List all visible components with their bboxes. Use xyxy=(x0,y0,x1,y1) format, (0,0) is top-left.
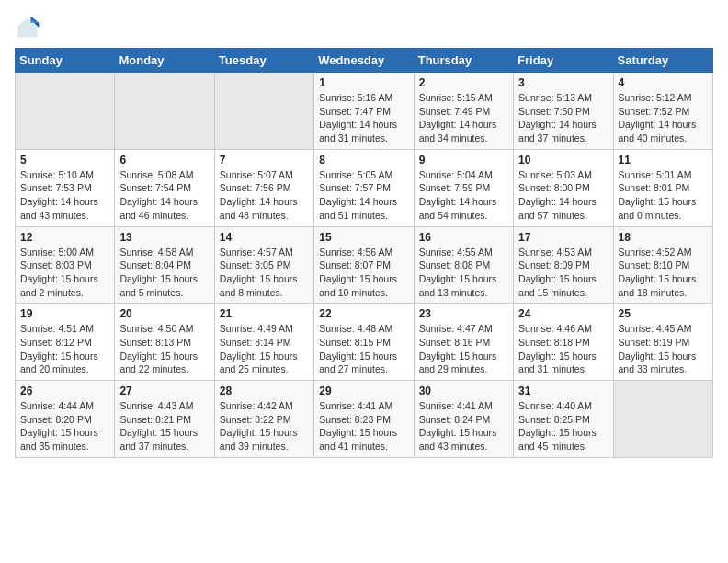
day-cell: 17Sunrise: 4:53 AM Sunset: 8:09 PM Dayli… xyxy=(514,226,613,304)
week-row-2: 5Sunrise: 5:10 AM Sunset: 7:53 PM Daylig… xyxy=(16,149,713,226)
day-info: Sunrise: 4:58 AM Sunset: 8:04 PM Dayligh… xyxy=(119,246,209,300)
day-cell: 26Sunrise: 4:44 AM Sunset: 8:20 PM Dayli… xyxy=(16,381,115,458)
day-cell: 21Sunrise: 4:49 AM Sunset: 8:14 PM Dayli… xyxy=(214,304,313,381)
day-cell xyxy=(16,73,115,150)
day-info: Sunrise: 5:08 AM Sunset: 7:54 PM Dayligh… xyxy=(119,168,209,223)
day-cell: 16Sunrise: 4:55 AM Sunset: 8:08 PM Dayli… xyxy=(414,226,513,304)
day-number: 30 xyxy=(419,385,508,397)
day-info: Sunrise: 4:48 AM Sunset: 8:15 PM Dayligh… xyxy=(319,322,408,376)
day-number: 2 xyxy=(419,76,508,89)
day-cell: 10Sunrise: 5:03 AM Sunset: 8:00 PM Dayli… xyxy=(514,149,613,226)
day-number: 5 xyxy=(20,154,109,167)
day-cell: 28Sunrise: 4:42 AM Sunset: 8:22 PM Dayli… xyxy=(214,381,313,458)
day-number: 6 xyxy=(119,154,209,167)
day-number: 29 xyxy=(319,385,408,397)
week-row-1: 1Sunrise: 5:16 AM Sunset: 7:47 PM Daylig… xyxy=(16,73,713,150)
logo xyxy=(15,15,44,40)
day-info: Sunrise: 5:13 AM Sunset: 7:50 PM Dayligh… xyxy=(518,91,608,145)
day-info: Sunrise: 4:45 AM Sunset: 8:19 PM Dayligh… xyxy=(619,322,708,376)
day-number: 7 xyxy=(220,154,309,167)
day-cell: 30Sunrise: 4:41 AM Sunset: 8:24 PM Dayli… xyxy=(414,381,513,458)
day-cell: 5Sunrise: 5:10 AM Sunset: 7:53 PM Daylig… xyxy=(16,149,115,226)
day-info: Sunrise: 4:42 AM Sunset: 8:22 PM Dayligh… xyxy=(220,399,309,454)
day-cell: 7Sunrise: 5:07 AM Sunset: 7:56 PM Daylig… xyxy=(214,149,313,226)
day-number: 14 xyxy=(220,231,309,244)
calendar-body: 1Sunrise: 5:16 AM Sunset: 7:47 PM Daylig… xyxy=(16,73,713,458)
day-cell: 22Sunrise: 4:48 AM Sunset: 8:15 PM Dayli… xyxy=(314,304,414,381)
day-number: 4 xyxy=(619,76,708,89)
day-number: 3 xyxy=(518,76,608,89)
day-cell: 29Sunrise: 4:41 AM Sunset: 8:23 PM Dayli… xyxy=(314,381,414,458)
day-info: Sunrise: 5:04 AM Sunset: 7:59 PM Dayligh… xyxy=(419,168,508,223)
week-row-4: 19Sunrise: 4:51 AM Sunset: 8:12 PM Dayli… xyxy=(16,304,713,381)
day-number: 23 xyxy=(419,307,508,320)
day-cell: 14Sunrise: 4:57 AM Sunset: 8:05 PM Dayli… xyxy=(214,226,313,304)
day-info: Sunrise: 4:40 AM Sunset: 8:25 PM Dayligh… xyxy=(518,399,608,454)
day-cell: 13Sunrise: 4:58 AM Sunset: 8:04 PM Dayli… xyxy=(115,226,214,304)
day-cell: 6Sunrise: 5:08 AM Sunset: 7:54 PM Daylig… xyxy=(115,149,214,226)
day-cell: 15Sunrise: 4:56 AM Sunset: 8:07 PM Dayli… xyxy=(314,226,414,304)
day-info: Sunrise: 4:47 AM Sunset: 8:16 PM Dayligh… xyxy=(419,322,508,376)
day-cell: 27Sunrise: 4:43 AM Sunset: 8:21 PM Dayli… xyxy=(115,381,214,458)
day-cell: 31Sunrise: 4:40 AM Sunset: 8:25 PM Dayli… xyxy=(514,381,613,458)
day-cell: 8Sunrise: 5:05 AM Sunset: 7:57 PM Daylig… xyxy=(314,149,414,226)
day-info: Sunrise: 5:03 AM Sunset: 8:00 PM Dayligh… xyxy=(518,168,608,223)
header-cell-sunday: Sunday xyxy=(16,49,115,73)
day-cell: 1Sunrise: 5:16 AM Sunset: 7:47 PM Daylig… xyxy=(314,73,414,150)
day-info: Sunrise: 4:55 AM Sunset: 8:08 PM Dayligh… xyxy=(419,246,508,300)
day-cell: 25Sunrise: 4:45 AM Sunset: 8:19 PM Dayli… xyxy=(613,304,712,381)
header-cell-monday: Monday xyxy=(115,49,214,73)
day-number: 18 xyxy=(619,231,708,244)
header-cell-saturday: Saturday xyxy=(613,49,712,73)
day-cell: 18Sunrise: 4:52 AM Sunset: 8:10 PM Dayli… xyxy=(613,226,712,304)
day-info: Sunrise: 5:07 AM Sunset: 7:56 PM Dayligh… xyxy=(220,168,309,223)
day-number: 27 xyxy=(119,385,209,397)
day-cell: 4Sunrise: 5:12 AM Sunset: 7:52 PM Daylig… xyxy=(613,73,712,150)
day-number: 31 xyxy=(518,385,608,397)
day-cell: 11Sunrise: 5:01 AM Sunset: 8:01 PM Dayli… xyxy=(613,149,712,226)
day-number: 28 xyxy=(220,385,309,397)
day-info: Sunrise: 4:57 AM Sunset: 8:05 PM Dayligh… xyxy=(220,246,309,300)
calendar-table: SundayMondayTuesdayWednesdayThursdayFrid… xyxy=(15,48,713,458)
day-info: Sunrise: 4:41 AM Sunset: 8:23 PM Dayligh… xyxy=(319,399,408,454)
day-info: Sunrise: 5:01 AM Sunset: 8:01 PM Dayligh… xyxy=(619,168,708,223)
day-info: Sunrise: 5:00 AM Sunset: 8:03 PM Dayligh… xyxy=(20,246,109,300)
day-cell: 12Sunrise: 5:00 AM Sunset: 8:03 PM Dayli… xyxy=(16,226,115,304)
day-info: Sunrise: 4:51 AM Sunset: 8:12 PM Dayligh… xyxy=(20,322,109,376)
day-number: 13 xyxy=(119,231,209,244)
day-number: 24 xyxy=(518,307,608,320)
day-cell: 2Sunrise: 5:15 AM Sunset: 7:49 PM Daylig… xyxy=(414,73,513,150)
day-number: 16 xyxy=(419,231,508,244)
day-info: Sunrise: 4:49 AM Sunset: 8:14 PM Dayligh… xyxy=(220,322,309,376)
header-row: SundayMondayTuesdayWednesdayThursdayFrid… xyxy=(16,49,713,73)
day-number: 9 xyxy=(419,154,508,167)
day-cell: 19Sunrise: 4:51 AM Sunset: 8:12 PM Dayli… xyxy=(16,304,115,381)
day-info: Sunrise: 4:44 AM Sunset: 8:20 PM Dayligh… xyxy=(20,399,109,454)
day-info: Sunrise: 5:16 AM Sunset: 7:47 PM Dayligh… xyxy=(319,91,408,145)
day-number: 21 xyxy=(220,307,309,320)
week-row-3: 12Sunrise: 5:00 AM Sunset: 8:03 PM Dayli… xyxy=(16,226,713,304)
day-info: Sunrise: 4:52 AM Sunset: 8:10 PM Dayligh… xyxy=(619,246,708,300)
calendar-header: SundayMondayTuesdayWednesdayThursdayFrid… xyxy=(16,49,713,73)
day-cell: 9Sunrise: 5:04 AM Sunset: 7:59 PM Daylig… xyxy=(414,149,513,226)
header-cell-tuesday: Tuesday xyxy=(214,49,313,73)
day-number: 17 xyxy=(518,231,608,244)
day-info: Sunrise: 5:15 AM Sunset: 7:49 PM Dayligh… xyxy=(419,91,508,145)
day-cell xyxy=(115,73,214,150)
day-number: 25 xyxy=(619,307,708,320)
logo-icon xyxy=(15,15,40,40)
day-info: Sunrise: 4:56 AM Sunset: 8:07 PM Dayligh… xyxy=(319,246,408,300)
day-number: 8 xyxy=(319,154,408,167)
day-info: Sunrise: 4:41 AM Sunset: 8:24 PM Dayligh… xyxy=(419,399,508,454)
day-cell xyxy=(214,73,313,150)
header-cell-wednesday: Wednesday xyxy=(314,49,414,73)
day-number: 11 xyxy=(619,154,708,167)
day-cell: 3Sunrise: 5:13 AM Sunset: 7:50 PM Daylig… xyxy=(514,73,613,150)
day-number: 26 xyxy=(20,385,109,397)
day-number: 10 xyxy=(518,154,608,167)
day-info: Sunrise: 5:10 AM Sunset: 7:53 PM Dayligh… xyxy=(20,168,109,223)
day-info: Sunrise: 4:53 AM Sunset: 8:09 PM Dayligh… xyxy=(518,246,608,300)
day-info: Sunrise: 5:05 AM Sunset: 7:57 PM Dayligh… xyxy=(319,168,408,223)
day-number: 1 xyxy=(319,76,408,89)
header-cell-thursday: Thursday xyxy=(414,49,513,73)
